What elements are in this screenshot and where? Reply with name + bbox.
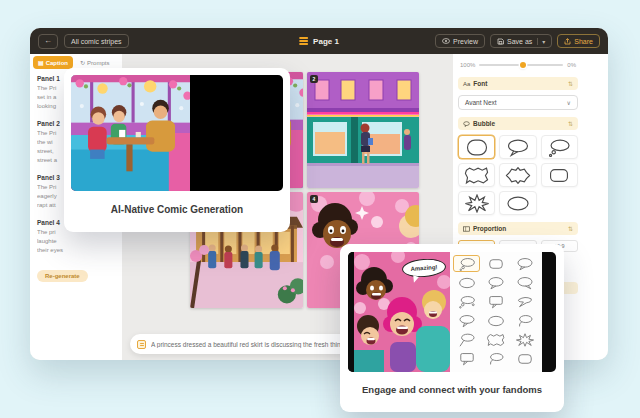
save-icon <box>497 38 504 45</box>
font-section-title: Font <box>473 80 565 87</box>
feature-card-fandom: Amazing! Engage and connect with your fa… <box>340 244 564 412</box>
caption-tab-icon: ▤ <box>38 59 44 66</box>
font-family-value: Avant Next <box>465 99 497 106</box>
collapse-icon[interactable]: ⇅ <box>568 80 573 87</box>
zoom-value-label: 100% <box>460 62 475 68</box>
generation-card-caption: AI-Native Comic Generation <box>71 204 283 215</box>
bubble-section: Bubble ⇅ <box>458 117 578 215</box>
bubble-style-thought-bubble[interactable] <box>541 135 578 159</box>
picker-bubble-oval-tail-bubble <box>453 312 480 329</box>
tab-caption-label: Caption <box>46 60 68 66</box>
eye-icon <box>442 38 450 44</box>
prompts-refresh-icon: ↻ <box>80 59 85 66</box>
picker-bubble-thought-tail-bubble <box>453 293 480 310</box>
generation-card-image <box>71 75 283 191</box>
preview-label: Preview <box>453 38 478 45</box>
bubble-style-speech-bubble[interactable] <box>499 135 536 159</box>
comic-panel-2-street[interactable]: 2 <box>307 72 419 188</box>
fandom-card-image: Amazing! <box>348 252 556 372</box>
proportion-icon <box>463 226 470 232</box>
fandom-photo: Amazing! <box>354 252 450 372</box>
menu-icon <box>299 37 308 45</box>
picker-bubble-curl-tail-bubble <box>482 350 509 367</box>
font-family-select[interactable]: Avant Next ∨ <box>458 95 578 110</box>
picker-bubble-burst-bubble <box>512 331 539 348</box>
panel-number-badge: 4 <box>310 195 318 203</box>
fandom-card-caption: Engage and connect with your fandoms <box>348 384 556 395</box>
zoom-slider-knob[interactable] <box>520 62 526 68</box>
arrow-left-icon: ← <box>44 37 52 45</box>
picker-bubble-speech-bubble <box>482 274 509 291</box>
topbar: ← All comic stripes Page 1 Preview <box>30 28 608 54</box>
save-as-button[interactable]: Save as ▾ <box>490 34 552 48</box>
panel-number-badge: 2 <box>310 75 318 83</box>
bubble-style-grid <box>458 135 578 215</box>
bubble-picker-grid <box>453 255 539 367</box>
bubble-style-burst-bubble[interactable] <box>458 191 495 215</box>
share-button[interactable]: Share <box>557 34 600 48</box>
regenerate-button[interactable]: Re-generate <box>37 270 88 282</box>
panel-text-line: their eyes <box>37 246 122 255</box>
share-icon <box>564 38 571 45</box>
all-comic-stripes-label: All comic stripes <box>71 38 122 45</box>
caret-down-icon[interactable]: ▾ <box>537 38 545 45</box>
picker-bubble-line-tail-bubble <box>512 293 539 310</box>
picker-bubble-rounded-rect-bubble <box>512 350 539 367</box>
picker-bubble-rounded-rect-bubble <box>482 255 509 272</box>
picker-bubble-speech-bubble <box>512 255 539 272</box>
bubble-style-rounded-rect-bubble[interactable] <box>541 163 578 187</box>
preview-button[interactable]: Preview <box>435 34 485 48</box>
bubble-style-jagged-bubble[interactable] <box>458 163 495 187</box>
font-icon: Aa <box>463 81 470 87</box>
bubble-section-title: Bubble <box>473 120 565 127</box>
page: ← All comic stripes Page 1 Preview <box>0 0 640 418</box>
bubble-style-rounded-square-bubble[interactable] <box>458 135 495 159</box>
zoom-slider-track[interactable] <box>479 64 563 66</box>
bubble-picker-panel <box>450 252 542 372</box>
save-as-label: Save as <box>507 38 532 45</box>
font-section: Aa Font ⇅ Avant Next ∨ <box>458 77 578 110</box>
feature-card-generation: AI-Native Comic Generation <box>64 68 290 232</box>
picker-bubble-thought-bubble <box>453 255 480 272</box>
zoom-min-label: 0% <box>567 62 576 68</box>
zoom-control: 100% 0% <box>460 62 576 68</box>
tab-prompts-label: Prompts <box>87 60 109 66</box>
picker-bubble-oval-bubble <box>453 274 480 291</box>
bubble-section-header[interactable]: Bubble ⇅ <box>458 117 578 130</box>
proportion-section-title: Proportion <box>473 225 565 232</box>
script-icon <box>137 340 146 349</box>
picker-bubble-square-speech-bubble <box>482 293 509 310</box>
picker-bubble-oval-bubble <box>482 312 509 329</box>
picker-bubble-long-tail-bubble <box>453 331 480 348</box>
panel-text-line: laughte <box>37 237 122 246</box>
collapse-icon[interactable]: ⇅ <box>568 120 573 127</box>
picker-bubble-curl-tail-bubble <box>512 312 539 329</box>
prompt-text: A princess dressed a beautiful red skirt… <box>151 341 361 348</box>
share-label: Share <box>574 38 593 45</box>
tab-caption[interactable]: ▤ Caption <box>33 56 73 69</box>
proportion-section-header[interactable]: Proportion ⇅ <box>458 222 578 235</box>
picker-bubble-square-speech-bubble <box>453 350 480 367</box>
page-indicator[interactable]: Page 1 <box>299 37 339 46</box>
chevron-down-icon: ∨ <box>567 99 571 106</box>
back-button[interactable]: ← <box>38 34 58 49</box>
collapse-icon[interactable]: ⇅ <box>568 225 573 232</box>
all-comic-stripes-button[interactable]: All comic stripes <box>64 34 129 48</box>
bubble-style-oval-bubble[interactable] <box>499 191 536 215</box>
picker-bubble-speech-right-bubble <box>512 274 539 291</box>
picker-bubble-jagged-bubble <box>482 331 509 348</box>
bubble-icon <box>463 121 470 127</box>
bubble-style-spiky-bubble[interactable] <box>499 163 536 187</box>
font-section-header[interactable]: Aa Font ⇅ <box>458 77 578 90</box>
page-label: Page 1 <box>313 37 339 46</box>
